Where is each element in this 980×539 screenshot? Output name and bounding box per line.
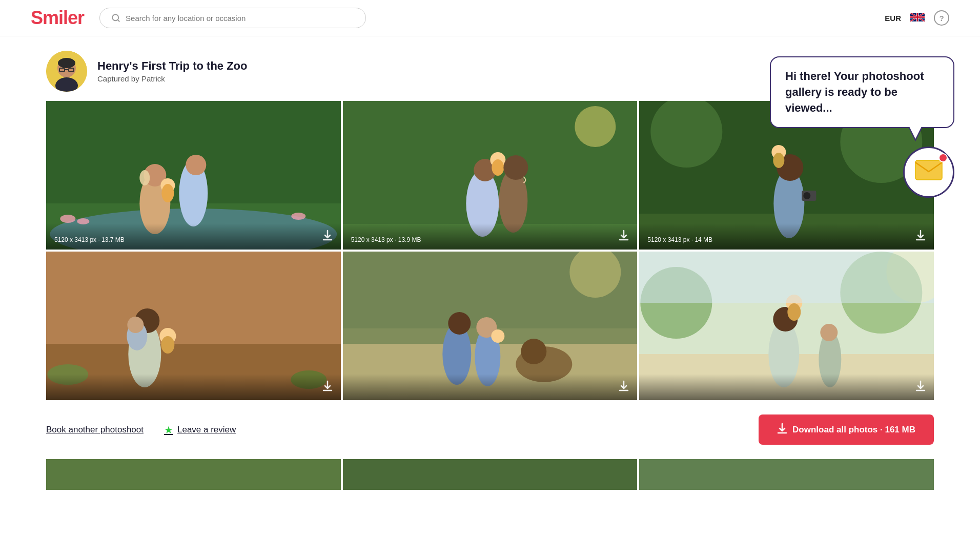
photo-5-download[interactable] (619, 380, 629, 394)
svg-point-64 (448, 312, 471, 335)
photographer-info: Henry's First Trip to the Zoo Captured b… (97, 59, 247, 83)
svg-rect-81 (639, 252, 934, 303)
avatar (46, 51, 87, 92)
photo-cell-5[interactable] (343, 252, 638, 400)
mail-icon (915, 158, 943, 186)
mail-icon-container[interactable] (903, 147, 954, 198)
download-all-button[interactable]: Download all photos · 161 MB (759, 414, 934, 445)
photo-grid-partial (0, 459, 980, 490)
photo-1-meta: 5120 x 3413 px · 13.7 MB (54, 236, 125, 243)
svg-point-67 (491, 329, 504, 343)
flag-icon[interactable] (910, 13, 925, 23)
photo-6-download[interactable] (915, 380, 926, 394)
svg-point-14 (60, 215, 75, 223)
svg-point-30 (492, 159, 504, 176)
partial-cell-3 (639, 459, 934, 490)
download-all-icon (777, 423, 787, 437)
review-label[interactable]: Leave a review (177, 425, 236, 435)
svg-point-7 (58, 58, 75, 68)
help-button[interactable]: ? (934, 10, 949, 26)
svg-point-78 (788, 303, 801, 321)
shoot-title: Henry's First Trip to the Zoo (97, 59, 247, 73)
photo-cell-4[interactable] (46, 252, 341, 400)
svg-point-54 (127, 317, 144, 333)
action-bar: Book another photoshoot ★ Leave a review… (0, 400, 980, 459)
star-icon: ★ (164, 424, 173, 436)
svg-line-1 (118, 19, 119, 21)
header-right: EUR ? (885, 10, 949, 26)
partial-cell-1 (46, 459, 341, 490)
photo-2-overlay: 5120 x 3413 px · 13.9 MB (343, 223, 638, 250)
photo-cell-6[interactable] (639, 252, 934, 400)
chat-notification-area: Hi there! Your photoshoot gallery is rea… (770, 56, 954, 198)
chat-bubble: Hi there! Your photoshoot gallery is rea… (770, 56, 954, 128)
photo-4-download[interactable] (322, 380, 333, 394)
photo-cell-1[interactable]: 5120 x 3413 px · 13.7 MB (46, 101, 341, 250)
photo-2-download[interactable] (619, 230, 629, 243)
partial-cell-2 (343, 459, 638, 490)
captured-by: Captured by Patrick (97, 74, 247, 83)
photo-6-overlay (639, 374, 934, 400)
svg-point-19 (139, 170, 150, 185)
logo: Smiler (31, 7, 84, 29)
photo-1-overlay: 5120 x 3413 px · 13.7 MB (46, 223, 341, 250)
header: Smiler EUR ? (0, 0, 980, 36)
photo-3-download[interactable] (915, 230, 926, 243)
photo-5-overlay (343, 374, 638, 400)
photo-cell-2[interactable]: 5120 x 3413 px · 13.9 MB (343, 101, 638, 250)
svg-point-33 (575, 106, 616, 147)
photo-3-meta: 5120 x 3413 px · 14 MB (647, 236, 712, 243)
search-input[interactable] (126, 14, 354, 23)
book-photoshoot-link[interactable]: Book another photoshoot (46, 425, 144, 435)
svg-point-80 (821, 324, 838, 341)
svg-point-16 (291, 213, 305, 220)
svg-point-32 (503, 155, 528, 180)
photo-1-download[interactable] (322, 230, 333, 243)
svg-point-23 (161, 184, 174, 202)
notification-dot (938, 153, 948, 162)
photo-3-overlay: 5120 x 3413 px · 14 MB (639, 223, 934, 250)
photo-2-meta: 5120 x 3413 px · 13.9 MB (351, 236, 421, 243)
download-all-label: Download all photos · 161 MB (792, 425, 915, 435)
svg-rect-47 (46, 252, 341, 344)
avatar-image (46, 51, 87, 92)
svg-point-21 (186, 155, 206, 175)
svg-rect-3 (915, 160, 942, 180)
search-icon (111, 13, 120, 23)
svg-point-52 (161, 336, 174, 354)
review-link[interactable]: ★ Leave a review (164, 424, 236, 436)
photo-4-overlay (46, 374, 341, 400)
svg-point-62 (521, 339, 546, 364)
search-bar[interactable] (99, 8, 366, 28)
currency-label: EUR (885, 14, 901, 23)
